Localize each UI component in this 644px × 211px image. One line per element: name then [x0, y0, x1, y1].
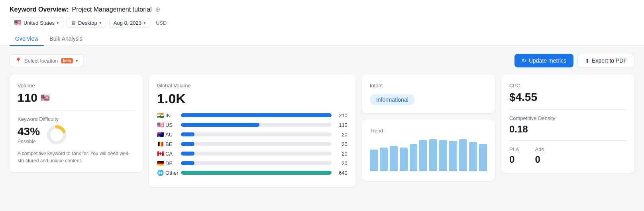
trend-bar — [410, 144, 418, 171]
page-title-label: Keyword Overview: — [10, 6, 69, 13]
global-volume-value: 1.0K — [157, 91, 348, 106]
divider — [18, 110, 135, 110]
monitor-icon: 🖥 — [71, 20, 76, 26]
bar-flag: 🌐 — [157, 170, 164, 176]
country-filter[interactable]: 🇺🇸 United States ▾ — [10, 17, 63, 28]
pla-value: 0 — [509, 154, 519, 165]
device-filter[interactable]: 🖥 Desktop ▾ — [67, 18, 106, 28]
bar-track — [181, 142, 332, 146]
trend-bar — [400, 148, 408, 171]
kd-possible: Possible — [18, 139, 40, 144]
bar-flag: 🇨🇦 — [157, 150, 164, 157]
tab-overview[interactable]: Overview — [10, 32, 44, 46]
cpc-card: CPC $4.55 Competitive Density 0.18 PLA 0… — [501, 75, 634, 173]
bar-count: 110 — [335, 122, 348, 128]
page-title-keyword: Project Management tutorial — [72, 6, 152, 13]
trend-bar — [419, 140, 427, 171]
stat-row: PLA 0 Ads 0 — [509, 146, 626, 165]
bar-code: AU — [165, 132, 173, 138]
country-flag: 🇺🇸 — [14, 19, 22, 26]
trend-label: Trend — [370, 128, 487, 134]
bar-row: 🇦🇺AU20 — [157, 131, 348, 138]
bar-flag: 🇺🇸 — [157, 122, 164, 128]
bar-flag: 🇦🇺 — [157, 131, 164, 138]
main-content: 📍 Select location beta ▾ ↻ Update metric… — [0, 46, 644, 195]
kd-row: 43% Possible — [18, 124, 135, 145]
trend-bar — [459, 139, 467, 171]
trend-baseline — [370, 173, 487, 173]
trend-bar — [469, 142, 477, 171]
bar-track — [181, 152, 332, 156]
country-chevron-icon: ▾ — [57, 20, 59, 26]
bar-count: 20 — [335, 132, 348, 138]
kd-description: A competitive keyword to rank for. You w… — [18, 150, 135, 164]
volume-card: Volume 110 🇺🇸 Keyword Difficulty 43% Pos… — [10, 75, 143, 172]
cpc-divider — [509, 109, 626, 110]
bar-count: 210 — [335, 112, 348, 118]
currency-label: USD — [153, 18, 169, 28]
bar-row: 🇨🇦CA20 — [157, 150, 348, 157]
bar-track — [181, 171, 332, 175]
global-volume-card: Global Volume 1.0K 🇮🇳IN210🇺🇸US110🇦🇺AU20🇧… — [149, 75, 355, 187]
bar-fill — [181, 142, 194, 146]
bar-count: 20 — [335, 141, 348, 147]
bar-track — [181, 113, 332, 117]
global-volume-label: Global Volume — [157, 83, 348, 89]
trend-bar — [479, 144, 487, 171]
tabs-row: Overview Bulk Analysis — [10, 32, 634, 45]
location-pin-icon: 📍 — [15, 57, 22, 64]
update-metrics-label: Update metrics — [529, 57, 566, 64]
bar-flag: 🇩🇪 — [157, 160, 164, 166]
bar-count: 640 — [335, 170, 348, 176]
volume-number: 110 — [18, 91, 37, 105]
intent-trend-col: Intent Informational Trend — [362, 75, 495, 181]
kd-percent: 43% — [18, 125, 40, 138]
bar-country: 🇮🇳IN — [157, 112, 178, 118]
bar-fill — [181, 171, 332, 175]
ads-value: 0 — [535, 154, 544, 165]
export-pdf-label: Export to PDF — [592, 57, 627, 64]
top-bar: Keyword Overview: Project Management tut… — [0, 0, 644, 46]
toolbar-right: ↻ Update metrics ⬆ Export to PDF — [514, 54, 634, 67]
trend-card: Trend — [362, 120, 495, 181]
bar-row: 🇺🇸US110 — [157, 122, 348, 128]
add-keyword-icon[interactable]: ⊕ — [155, 6, 160, 13]
bar-country: 🇩🇪DE — [157, 160, 178, 166]
cpc-label: CPC — [509, 83, 626, 89]
device-chevron-icon: ▾ — [99, 20, 102, 26]
export-pdf-button[interactable]: ⬆ Export to PDF — [577, 54, 634, 67]
date-chevron-icon: ▾ — [143, 20, 146, 26]
intent-card: Intent Informational — [362, 75, 495, 113]
trend-bar — [380, 148, 388, 171]
bar-country: 🇺🇸US — [157, 122, 178, 128]
tab-bulk-analysis[interactable]: Bulk Analysis — [44, 32, 88, 46]
location-select[interactable]: 📍 Select location beta ▾ — [10, 54, 83, 67]
filter-row: 🇺🇸 United States ▾ 🖥 Desktop ▾ Aug 8, 20… — [10, 17, 634, 28]
bar-fill — [181, 152, 194, 156]
intent-label: Intent — [370, 83, 487, 89]
bar-fill — [181, 161, 194, 165]
bar-row: 🇮🇳IN210 — [157, 112, 348, 118]
location-chevron-icon: ▾ — [76, 58, 78, 63]
pla-divider — [509, 140, 626, 141]
pla-stat: PLA 0 — [509, 146, 519, 165]
kd-donut-chart — [46, 124, 67, 145]
bar-track — [181, 123, 332, 127]
ads-stat: Ads 0 — [535, 146, 544, 165]
trend-bar — [439, 140, 447, 171]
date-filter[interactable]: Aug 8, 2023 ▾ — [109, 18, 150, 28]
volume-value: 110 🇺🇸 — [18, 91, 135, 105]
date-label: Aug 8, 2023 — [114, 20, 141, 26]
cards-grid: Volume 110 🇺🇸 Keyword Difficulty 43% Pos… — [10, 75, 634, 187]
trend-bar — [390, 146, 398, 171]
location-placeholder: Select location — [24, 58, 58, 64]
cpc-value: $4.55 — [509, 91, 626, 104]
update-metrics-button[interactable]: ↻ Update metrics — [514, 54, 573, 67]
bar-country: 🇦🇺AU — [157, 131, 178, 138]
bar-fill — [181, 113, 332, 117]
bar-country: 🌐Other — [157, 170, 178, 176]
volume-flag: 🇺🇸 — [41, 93, 49, 102]
device-label: Desktop — [78, 20, 97, 26]
trend-bar — [449, 141, 457, 171]
page-header: Keyword Overview: Project Management tut… — [10, 6, 634, 13]
